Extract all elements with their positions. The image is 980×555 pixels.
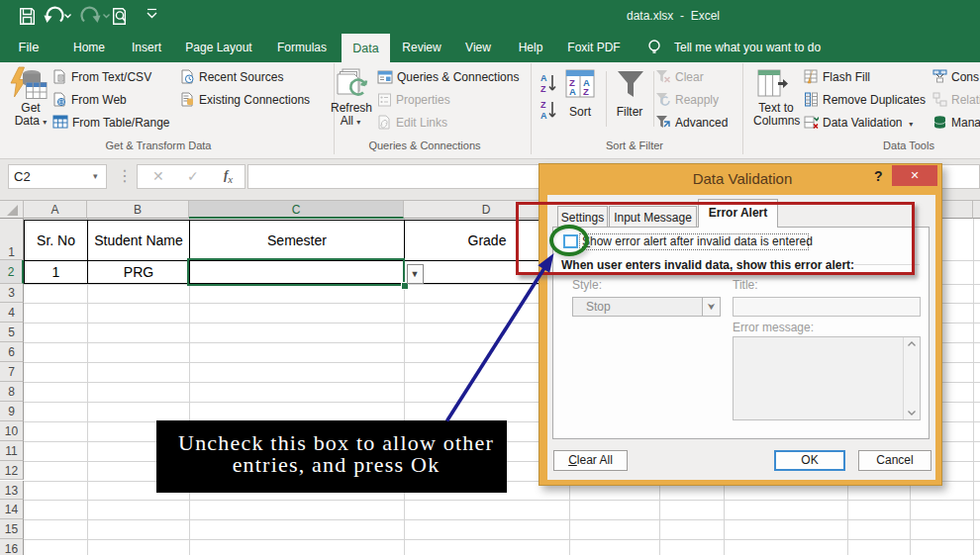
svg-text:Z: Z — [583, 86, 589, 97]
svg-text:A: A — [540, 73, 547, 83]
svg-text:A: A — [540, 111, 547, 121]
svg-text:A: A — [569, 86, 576, 97]
svg-text:Z: Z — [540, 100, 546, 110]
svg-text:Z: Z — [540, 84, 546, 94]
